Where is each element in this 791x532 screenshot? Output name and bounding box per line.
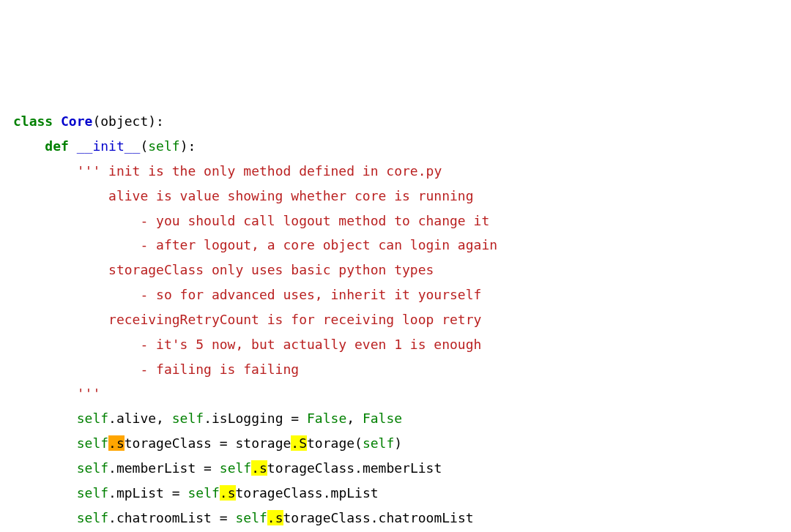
eq: = (291, 411, 307, 426)
builtin-object: object (100, 113, 148, 129)
self-param: self (148, 138, 179, 154)
docstring-line: - failing is failing (140, 361, 299, 377)
attr: torageClass.memberList (267, 460, 442, 476)
comma: , (346, 411, 363, 426)
self: self (220, 460, 251, 476)
class-name: Core (61, 113, 92, 129)
attr: .chatroomList (108, 510, 220, 525)
docstring-open: ''' (77, 163, 108, 179)
docstring-line: receivingRetryCount is for receiving loo… (108, 312, 481, 327)
paren: ( (92, 113, 100, 129)
paren: ) (148, 113, 156, 129)
highlight-yellow: .s (220, 485, 236, 501)
eq: = (220, 435, 236, 451)
docstring-line: - so for advanced uses, inherit it yours… (140, 287, 481, 302)
paren: ) (180, 138, 188, 154)
self: self (363, 435, 394, 451)
colon: : (187, 138, 196, 154)
highlight-yellow: .s (267, 510, 283, 525)
docstring-line: storageClass only uses basic python type… (108, 262, 434, 277)
attr: .memberList (108, 460, 204, 476)
attr: .isLogging (204, 411, 291, 426)
keyword-def: def (45, 138, 69, 154)
bool-false: False (363, 411, 402, 426)
attr: .alive, (108, 411, 172, 426)
keyword-class: class (13, 113, 53, 129)
self: self (77, 435, 108, 451)
highlight-orange: .s (108, 435, 125, 451)
attr: torageClass.mpList (236, 485, 379, 501)
self: self (235, 510, 267, 525)
docstring-line: - you should call logout method to chang… (140, 213, 489, 228)
paren: ( (140, 138, 148, 154)
self: self (77, 411, 108, 426)
docstring-close: ''' (77, 386, 101, 401)
docstring-line: init is the only method defined in core.… (108, 163, 442, 179)
call: torage( (307, 435, 363, 451)
eq: = (204, 460, 220, 476)
self: self (77, 460, 108, 476)
docstring-line: alive is value showing whether core is r… (108, 188, 474, 203)
paren: ) (394, 435, 402, 451)
code-block: class Core(object): def __init__(self): … (13, 109, 778, 532)
docstring-line: - it's 5 now, but actually even 1 is eno… (140, 337, 481, 352)
colon: : (156, 113, 164, 129)
attr: torageClass (125, 435, 220, 451)
eq: = (220, 510, 236, 525)
mod: storage (235, 435, 291, 451)
attr: .mpList (108, 485, 172, 501)
bool-false: False (307, 411, 346, 426)
highlight-yellow: .S (291, 435, 307, 451)
self: self (187, 485, 219, 501)
function-name: __init__ (77, 138, 141, 154)
eq: = (172, 485, 188, 501)
highlight-yellow: .s (251, 460, 267, 476)
self: self (77, 510, 108, 525)
docstring-line: - after logout, a core object can login … (140, 237, 497, 252)
self: self (77, 485, 108, 501)
self: self (172, 411, 204, 426)
attr: torageClass.chatroomList (283, 510, 474, 525)
